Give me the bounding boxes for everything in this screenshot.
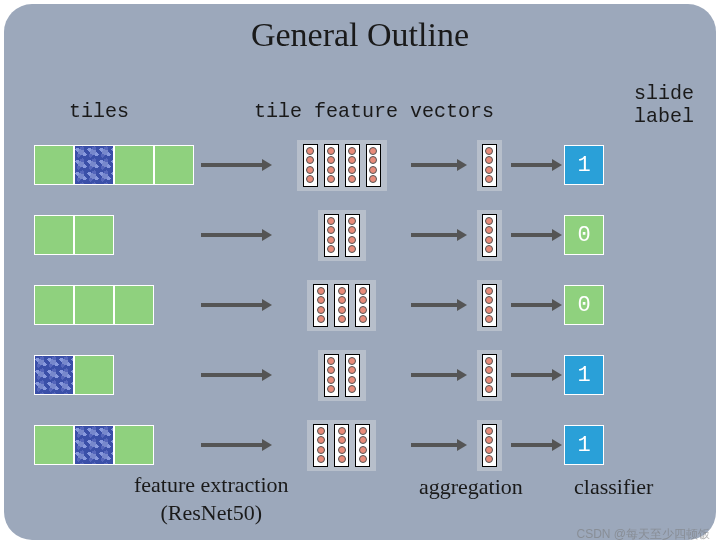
green-tile	[74, 285, 114, 325]
fv-dot	[485, 385, 493, 393]
arrow-icon	[199, 227, 274, 243]
fv-dot	[359, 287, 367, 295]
green-tile	[34, 285, 74, 325]
arrow-icon	[199, 437, 274, 453]
fv-dot	[485, 296, 493, 304]
fv-dot	[359, 315, 367, 323]
fv-dot	[348, 385, 356, 393]
arrow-icon	[409, 437, 469, 453]
feature-vector	[324, 144, 339, 187]
fv-dot	[485, 166, 493, 174]
fv-dot	[485, 287, 493, 295]
fv-dot	[317, 436, 325, 444]
fv-dot	[359, 427, 367, 435]
fv-dot	[348, 357, 356, 365]
fv-dot	[327, 236, 335, 244]
arrow-icon	[199, 297, 274, 313]
fv-dot	[359, 306, 367, 314]
tiles-group	[34, 145, 199, 185]
fv-dot	[359, 446, 367, 454]
fv-dot	[348, 166, 356, 174]
fv-dot	[338, 455, 346, 463]
fv-dot	[348, 226, 356, 234]
feature-vector	[303, 144, 318, 187]
fv-dot	[327, 245, 335, 253]
aggregated-vector-group	[469, 280, 509, 331]
fv-dot	[317, 296, 325, 304]
arrow-icon	[509, 157, 564, 173]
aggregated-vector-group	[469, 140, 509, 191]
feature-vector	[324, 354, 339, 397]
pipeline-row: 1	[34, 344, 689, 406]
fv-dot	[306, 156, 314, 164]
green-tile	[114, 425, 154, 465]
arrow-icon	[509, 437, 564, 453]
fv-dot	[369, 175, 377, 183]
fv-dot	[327, 376, 335, 384]
pipeline-row: 0	[34, 274, 689, 336]
watermark: CSDN @每天至少四顿饭	[576, 526, 710, 543]
green-tile	[114, 145, 154, 185]
fv-dot	[338, 446, 346, 454]
svg-marker-29	[552, 439, 562, 451]
slide-label: 1	[564, 145, 604, 185]
rows-container: 1 0 0 1 1	[34, 134, 689, 484]
pipeline-row: 0	[34, 204, 689, 266]
fv-dot	[317, 427, 325, 435]
arrow-icon	[409, 297, 469, 313]
svg-marker-15	[457, 299, 467, 311]
fv-dot	[485, 226, 493, 234]
aggregated-vector-group	[469, 350, 509, 401]
header-slide-label: slide label	[634, 82, 694, 128]
feature-vectors-group	[274, 280, 409, 331]
arrow-icon	[409, 157, 469, 173]
feature-vectors-group	[274, 350, 409, 401]
feature-vector	[482, 144, 497, 187]
fv-dot	[485, 245, 493, 253]
fv-dot	[359, 436, 367, 444]
feature-vector	[482, 424, 497, 467]
feature-vector	[313, 424, 328, 467]
fv-dot	[317, 306, 325, 314]
fv-dot	[338, 306, 346, 314]
pipeline-row: 1	[34, 414, 689, 476]
fv-dot	[348, 376, 356, 384]
feature-vector	[345, 144, 360, 187]
feature-vector	[366, 144, 381, 187]
fv-dot	[327, 366, 335, 374]
aggregated-vector-group	[469, 420, 509, 471]
svg-marker-21	[457, 369, 467, 381]
fv-dot	[317, 287, 325, 295]
fv-dot	[485, 306, 493, 314]
fv-dot	[327, 156, 335, 164]
fv-dot	[485, 236, 493, 244]
fv-dot	[369, 156, 377, 164]
fv-dot	[485, 315, 493, 323]
feature-vector	[334, 424, 349, 467]
feature-vector	[324, 214, 339, 257]
fv-dot	[327, 357, 335, 365]
fv-dot	[359, 455, 367, 463]
slide-label: 0	[564, 285, 604, 325]
feature-vector	[345, 214, 360, 257]
fv-dot	[369, 166, 377, 174]
fv-dot	[485, 455, 493, 463]
arrow-icon	[509, 227, 564, 243]
header-feature-vectors: tile feature vectors	[254, 100, 494, 123]
fv-dot	[327, 147, 335, 155]
arrow-icon	[199, 157, 274, 173]
svg-marker-3	[457, 159, 467, 171]
aggregated-vector-group	[469, 210, 509, 261]
label-feature-extraction: feature extraction (ResNet50)	[134, 471, 289, 526]
diagram-canvas: General Outline tiles tile feature vecto…	[4, 4, 716, 540]
fv-dot	[485, 366, 493, 374]
diagram-title: General Outline	[4, 4, 716, 54]
feature-vector	[345, 354, 360, 397]
fv-dot	[327, 226, 335, 234]
fv-dot	[485, 156, 493, 164]
label-aggregation: aggregation	[419, 474, 523, 500]
fv-dot	[327, 166, 335, 174]
feature-vectors-group	[274, 210, 409, 261]
svg-marker-27	[457, 439, 467, 451]
blue-tile	[74, 425, 114, 465]
